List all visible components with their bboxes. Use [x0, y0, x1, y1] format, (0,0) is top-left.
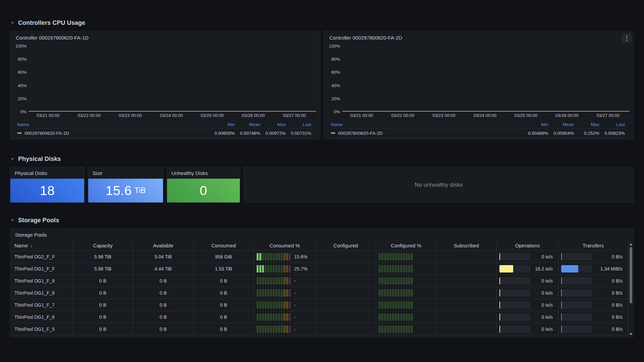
consumed-pct-value: -: [294, 314, 296, 320]
lcd-gauge-segment: [278, 301, 280, 309]
legend-stat-header[interactable]: Max: [574, 122, 599, 127]
pool-name: ThinPool DG1_F_5: [14, 326, 55, 332]
consumed-pct-value: -: [294, 326, 296, 332]
lcd-gauge-segment: [289, 325, 291, 333]
lcd-gauge-segment: [379, 265, 381, 273]
panel-title[interactable]: Storage Pools: [10, 229, 634, 241]
legend-name-header[interactable]: Name: [331, 122, 343, 127]
section-physical-disks: Physical Disks Physical Disks18Size15.6T…: [10, 154, 634, 203]
legend-stat-value: 0.00489%: [523, 131, 548, 136]
lcd-gauge-segment: [267, 265, 269, 273]
cell-available: 0 B: [133, 275, 194, 287]
table-row: ThinPool DG1_F_60 B0 B0 B-0 io/s0 B/s: [10, 311, 628, 323]
bar-gauge-fill: [499, 265, 513, 273]
lcd-gauge: [379, 265, 413, 273]
y-axis-tick-label: 60%: [18, 70, 26, 75]
legend-stat-header[interactable]: Last: [599, 122, 625, 127]
bar-gauge-fill: [561, 277, 562, 285]
panel-menu-button[interactable]: [622, 33, 632, 43]
column-header-label: Consumed: [211, 243, 236, 248]
lcd-gauge-segment: [389, 313, 391, 321]
x-axis-tick-label: 03/21 00:00: [37, 113, 60, 118]
operations-value: 16.2 io/s: [530, 266, 553, 272]
stat-value-area: 15.6TiB: [88, 179, 163, 202]
lcd-gauge-segment: [267, 277, 269, 285]
consumed-pct-value: 15.6%: [294, 254, 308, 259]
lcd-gauge-segment: [273, 253, 275, 260]
cell-subscribed: [436, 323, 497, 335]
legend-stat-value: 0.00600%: [209, 131, 235, 136]
lcd-gauge-segment: [387, 289, 389, 297]
legend-series-name[interactable]: 000297800620-FA-1D: [24, 131, 69, 136]
legend-series-name[interactable]: 000297800620-FA-2D: [338, 131, 383, 136]
lcd-gauge-segment: [395, 265, 397, 273]
section-title: Controllers CPU Usage: [18, 19, 85, 26]
legend-stat-header[interactable]: Mean: [235, 122, 260, 127]
stat-panel: Physical Disks18: [10, 167, 85, 203]
column-header-subscribed[interactable]: Subscribed: [436, 241, 497, 251]
panel-title[interactable]: Controller 000297800620-FA-2D: [329, 35, 402, 41]
lcd-gauge-segment: [387, 313, 389, 321]
column-header-label: Configured %: [391, 243, 421, 248]
column-header-configured[interactable]: Configured: [316, 241, 376, 251]
lcd-gauge-segment: [286, 253, 288, 260]
scrollbar-down-arrow-icon[interactable]: [630, 333, 632, 335]
lcd-gauge-segment: [406, 313, 408, 321]
bar-gauge-fill: [561, 301, 562, 309]
lcd-gauge-segment: [265, 325, 267, 333]
panel-title[interactable]: Controller 000297800620-FA-1D: [16, 35, 89, 41]
cell-available: 4.44 TiB: [133, 263, 194, 275]
column-header-consumed-[interactable]: Consumed %: [254, 241, 316, 251]
cell-operations: 0 io/s: [497, 251, 558, 263]
column-header-capacity[interactable]: Capacity: [73, 241, 133, 251]
y-axis: 0%20%40%60%80%100%: [10, 46, 29, 112]
column-header-available[interactable]: Available: [133, 241, 194, 251]
bar-gauge-track: [499, 313, 530, 321]
column-header-configured-[interactable]: Configured %: [376, 241, 436, 251]
scrollbar-thumb[interactable]: [630, 247, 632, 303]
lcd-gauge-segment: [397, 301, 399, 309]
column-header-name[interactable]: Name↓: [10, 241, 73, 251]
lcd-gauge-segment: [273, 277, 275, 285]
legend-stat-header[interactable]: Max: [260, 122, 286, 127]
cell-consumed: 0 B: [194, 311, 254, 323]
transfers-value: 0 B/s: [592, 290, 623, 296]
lcd-gauge-segment: [408, 313, 410, 321]
lcd-gauge: [379, 301, 413, 309]
legend-stat-header[interactable]: Min: [209, 122, 235, 127]
lcd-gauge-segment: [381, 325, 383, 333]
lcd-gauge-segment: [403, 301, 405, 309]
lcd-gauge-segment: [411, 289, 413, 297]
row-header-physical-disks[interactable]: Physical Disks: [10, 154, 634, 164]
lcd-gauge-segment: [403, 325, 405, 333]
lcd-gauge-segment: [265, 253, 267, 260]
panel-header: Controller 000297800620-FA-2D: [324, 31, 634, 44]
column-header-consumed[interactable]: Consumed: [194, 241, 254, 251]
chevron-down-icon: [10, 20, 15, 25]
lcd-gauge-segment: [379, 301, 381, 309]
scrollbar-up-arrow-icon[interactable]: [630, 243, 632, 245]
stat-value-area: 0: [167, 179, 240, 202]
legend-name-header[interactable]: Name: [17, 122, 29, 127]
legend-stat-header[interactable]: Mean: [548, 122, 574, 127]
stat-unit: TiB: [135, 186, 146, 195]
row-header-storage-pools[interactable]: Storage Pools: [10, 216, 634, 225]
column-header-label: Transfers: [583, 243, 604, 248]
operations-value: 0 io/s: [530, 290, 553, 296]
lcd-gauge-segment: [392, 265, 394, 273]
cpu-panels-row: Controller 000297800620-FA-1D0%20%40%60%…: [10, 31, 634, 139]
row-header-controllers-cpu[interactable]: Controllers CPU Usage: [10, 18, 634, 27]
column-header-operations[interactable]: Operations: [497, 241, 558, 251]
lcd-gauge-segment: [270, 277, 272, 285]
lcd-gauge-segment: [400, 301, 402, 309]
grafana-dashboard: Controllers CPU Usage Controller 0002978…: [0, 0, 644, 338]
cell-subscribed: [436, 287, 497, 299]
column-header-label: Capacity: [93, 243, 112, 248]
lcd-gauge-segment: [403, 289, 405, 297]
column-header-transfers[interactable]: Transfers: [558, 241, 628, 251]
legend-stat-header[interactable]: Min: [523, 122, 548, 127]
legend-stat-header[interactable]: Last: [286, 122, 311, 127]
cell-configured-pct: [376, 299, 436, 311]
lcd-gauge-segment: [262, 301, 264, 309]
lcd-gauge-segment: [387, 265, 389, 273]
